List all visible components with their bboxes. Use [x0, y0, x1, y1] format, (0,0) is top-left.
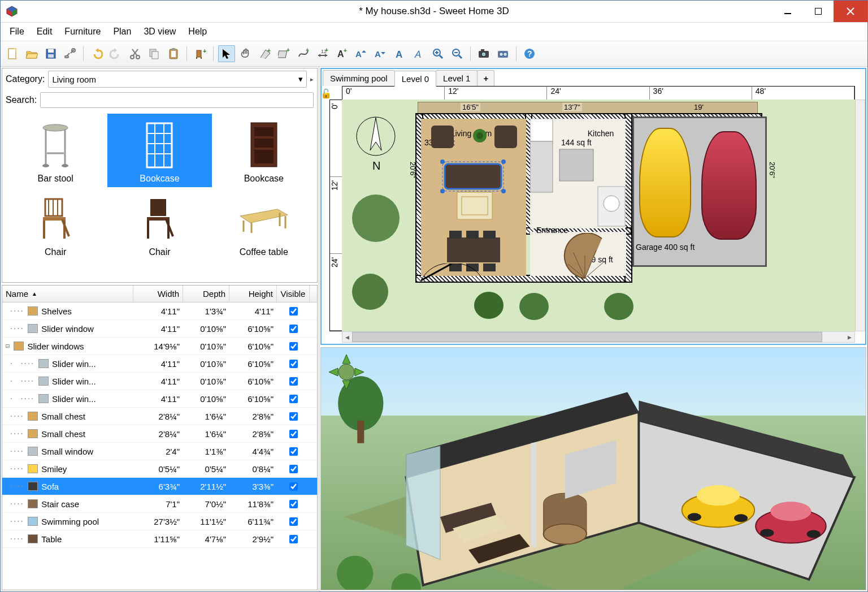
svg-point-65 [42, 164, 49, 167]
catalog-item[interactable]: Bar stool [3, 114, 107, 187]
car-red[interactable] [701, 131, 757, 240]
visible-checkbox[interactable] [289, 517, 298, 526]
help-button[interactable]: ? [521, 45, 538, 62]
dimension-label: 20'6" [768, 162, 776, 178]
wall-tool-button[interactable]: + [257, 45, 274, 62]
plan-scrollbar-v[interactable] [855, 100, 865, 331]
svg-rect-11 [48, 54, 54, 58]
dimension-tool-button[interactable]: 12+ [314, 45, 331, 62]
table-row[interactable]: ···· Smiley0'5¼"0'5¼"0'8¼" [2, 460, 317, 478]
add-level-button[interactable]: + [477, 70, 494, 86]
text-tool-button[interactable]: A+ [333, 45, 350, 62]
text-increase-button[interactable]: A [353, 45, 370, 62]
tab-swimming-pool[interactable]: Swimming pool [323, 70, 395, 86]
search-input[interactable] [40, 92, 314, 108]
3d-nav-icon[interactable] [327, 352, 366, 392]
svg-marker-29 [223, 49, 230, 59]
polyline-tool-button[interactable]: + [295, 45, 312, 62]
plan-view[interactable]: Swimming pool Level 0 Level 1 + 🔓 0'12'2… [320, 68, 866, 345]
cut-button[interactable] [127, 45, 144, 62]
lock-icon[interactable]: 🔓 [320, 88, 332, 99]
visible-checkbox[interactable] [289, 482, 298, 491]
category-select[interactable]: Living room ▾ [48, 71, 307, 88]
catalog-item[interactable]: Bookcase [212, 114, 316, 187]
open-button[interactable] [23, 45, 40, 62]
table-row[interactable]: ···· Small chest2'8¼"1'6¼"2'8⅝" [2, 425, 317, 443]
catalog-item[interactable]: Bookcase [107, 114, 211, 187]
visible-checkbox[interactable] [289, 430, 298, 438]
select-tool-button[interactable] [218, 45, 235, 62]
splitter-arrow-icon[interactable]: ▸ [310, 76, 314, 83]
visible-checkbox[interactable] [289, 307, 298, 316]
table-row[interactable]: ···· Sofa6'3¾"2'11½"3'3⅜" [2, 478, 317, 495]
svg-point-154 [734, 514, 748, 522]
table-row[interactable]: ···· Stair case7'1"7'0½"11'8⅜" [2, 495, 317, 513]
menu-furniture[interactable]: Furniture [59, 24, 106, 39]
save-button[interactable] [42, 45, 59, 62]
visible-checkbox[interactable] [289, 535, 298, 543]
table-row[interactable]: · ···· Slider win...4'11"0'10⅞"6'10⅝" [2, 355, 317, 373]
furniture-name: Slider win... [52, 394, 96, 404]
table-row[interactable]: ⊟ Slider windows14'9⅛"0'10⅞"6'10⅝" [2, 338, 317, 355]
table-row[interactable]: ···· Slider window4'11"0'10⅝"6'10⅝" [2, 320, 317, 338]
visible-checkbox[interactable] [289, 377, 298, 386]
visible-checkbox[interactable] [289, 447, 298, 456]
plan-scrollbar-h[interactable]: ◂ ▸ [342, 331, 855, 343]
visible-checkbox[interactable] [289, 342, 298, 351]
table-row[interactable]: ···· Swimming pool27'3½"11'1½"6'11¾" [2, 513, 317, 530]
menu-file[interactable]: File [4, 24, 30, 39]
add-furniture-button[interactable]: + [192, 45, 209, 62]
table-row[interactable]: ···· Shelves4'11"1'3¾"4'11" [2, 303, 317, 320]
redo-button[interactable] [107, 45, 124, 62]
vertical-ruler: 0'12'24' [329, 100, 343, 331]
menu-edit[interactable]: Edit [31, 24, 58, 39]
catalog-item[interactable]: Chair [107, 187, 211, 261]
visible-checkbox[interactable] [289, 465, 298, 473]
furniture-name: Table [41, 534, 62, 544]
visible-checkbox[interactable] [289, 412, 298, 421]
3d-view[interactable] [320, 347, 866, 590]
svg-rect-13 [65, 56, 68, 58]
tab-level-1[interactable]: Level 1 [436, 70, 478, 86]
text-bold-button[interactable]: A [391, 45, 408, 62]
table-row[interactable]: · ···· Slider win...4'11"0'10⅞"6'10⅝" [2, 373, 317, 390]
catalog-item[interactable]: Chair [3, 187, 107, 261]
table-row[interactable]: · ···· Slider win...4'11"0'10⅝"6'10⅝" [2, 390, 317, 408]
new-button[interactable] [4, 45, 21, 62]
svg-rect-25 [197, 50, 201, 57]
paste-button[interactable] [165, 45, 182, 62]
table-row[interactable]: ···· Small window2'4"1'1⅜"4'4¾" [2, 443, 317, 460]
menu-3dview[interactable]: 3D view [138, 24, 181, 39]
dimension-label: 16'5" [461, 103, 480, 111]
visible-checkbox[interactable] [289, 500, 298, 508]
menu-help[interactable]: Help [183, 24, 212, 39]
zoom-out-button[interactable] [449, 45, 466, 62]
tab-level-0[interactable]: Level 0 [394, 71, 436, 87]
svg-rect-31 [278, 51, 287, 58]
catalog-item[interactable]: Coffee table [212, 187, 316, 261]
visible-checkbox[interactable] [289, 360, 298, 368]
zoom-in-button[interactable] [429, 45, 446, 62]
col-name: Name▲ [2, 286, 133, 302]
copy-button[interactable] [146, 45, 163, 62]
visible-checkbox[interactable] [289, 325, 298, 333]
svg-point-55 [481, 52, 486, 57]
undo-button[interactable] [88, 45, 105, 62]
table-header[interactable]: Name▲ Width Depth Height Visible [2, 286, 317, 303]
table-row[interactable]: ···· Small chest2'8¼"1'6¼"2'8⅝" [2, 408, 317, 425]
car-yellow[interactable] [639, 128, 691, 237]
catalog-thumbnails[interactable]: Bar stool Bookcase Bookcase Chair [2, 110, 317, 282]
text-italic-button[interactable]: A [410, 45, 427, 62]
photo-button[interactable] [475, 45, 492, 62]
plan-canvas[interactable]: N 16'5" 13'7" 19' [342, 100, 855, 331]
room-tool-button[interactable]: + [276, 45, 293, 62]
text-decrease-button[interactable]: A [372, 45, 389, 62]
pan-tool-button[interactable] [237, 45, 254, 62]
preferences-button[interactable] [62, 45, 79, 62]
menu-plan[interactable]: Plan [107, 24, 137, 39]
table-row[interactable]: ···· Table1'11⅝"4'7⅛"2'9½" [2, 530, 317, 548]
svg-marker-15 [114, 48, 117, 53]
video-button[interactable] [494, 45, 511, 62]
visible-checkbox[interactable] [289, 395, 298, 403]
sort-asc-icon: ▲ [32, 291, 37, 297]
